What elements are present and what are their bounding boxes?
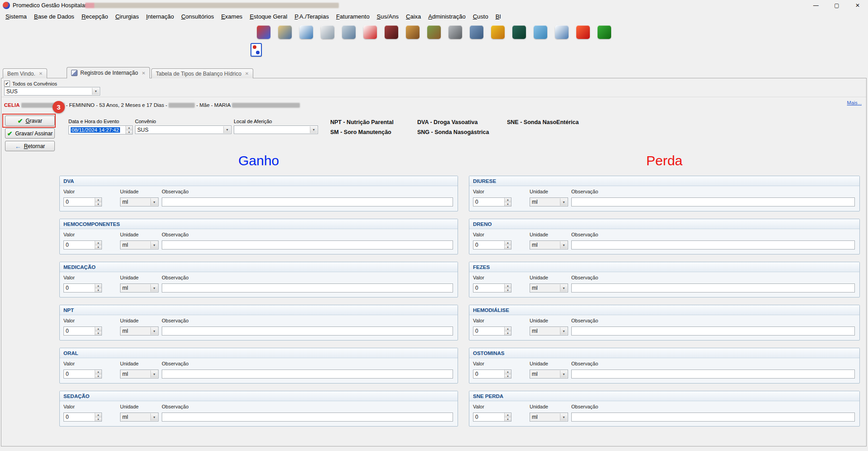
menu-item-caixa[interactable]: Caixa xyxy=(402,12,424,21)
menu-item-internacao[interactable]: Internação xyxy=(142,12,177,21)
safe-icon[interactable] xyxy=(448,25,462,39)
spin-up-icon[interactable]: ▴ xyxy=(95,413,101,417)
tab-registros-de-internacao[interactable]: Registros de Internação✕ xyxy=(67,67,150,78)
unidade-select[interactable]: ml ▾ xyxy=(530,197,568,206)
observacao-input[interactable] xyxy=(571,197,855,206)
menu-item-faturamento[interactable]: Faturamento xyxy=(333,12,373,21)
menu-item-recepcao[interactable]: Recepção xyxy=(78,12,112,21)
valor-input[interactable]: 0 ▴▾ xyxy=(63,369,102,379)
minimize-button[interactable]: — xyxy=(805,0,826,11)
tab-close-icon[interactable]: ✕ xyxy=(245,71,249,76)
menu-item-sus-ans[interactable]: Sus/Ans xyxy=(373,12,402,21)
spinner-buttons[interactable]: ▴▾ xyxy=(504,413,511,421)
power-icon[interactable] xyxy=(576,25,590,39)
spin-up-icon[interactable]: ▴ xyxy=(505,241,511,245)
valor-input[interactable]: 0 ▴▾ xyxy=(63,240,102,249)
spin-up-icon[interactable]: ▴ xyxy=(95,241,101,245)
tab-close-icon[interactable]: ✕ xyxy=(39,71,43,76)
spin-down-icon[interactable]: ▾ xyxy=(505,202,511,206)
spin-up-icon[interactable]: ▴ xyxy=(505,327,511,331)
spinner-buttons[interactable]: ▴▾ xyxy=(504,241,511,249)
menu-item-consultorios[interactable]: Consultórios xyxy=(178,12,217,21)
observacao-input[interactable] xyxy=(571,369,855,379)
spinner-buttons[interactable]: ▴▾ xyxy=(95,284,101,292)
tab-bem-vindo[interactable]: Bem Vindo.✕ xyxy=(3,68,47,78)
todos-convenios-checkbox[interactable]: ✔ Todos os Convênios xyxy=(4,81,57,86)
observacao-input[interactable] xyxy=(162,369,453,379)
observacao-input[interactable] xyxy=(571,240,855,249)
observacao-input[interactable] xyxy=(162,283,453,293)
spinner-buttons[interactable]: ▴▾ xyxy=(504,327,511,335)
tab-close-icon[interactable]: ✕ xyxy=(142,71,145,76)
observacao-input[interactable] xyxy=(571,413,855,422)
observacao-input[interactable] xyxy=(162,240,453,249)
spinner-buttons[interactable]: ▴▾ xyxy=(95,413,101,421)
observacao-input[interactable] xyxy=(162,197,453,206)
spin-up-icon[interactable]: ▴ xyxy=(505,284,511,288)
tab-tabela-de-tipos-de-balanco-hidrico[interactable]: Tabela de Tipos de Balanço Hídrico✕ xyxy=(151,68,253,78)
menu-item-administracao[interactable]: Administração xyxy=(424,12,469,21)
spin-down-icon[interactable]: ▾ xyxy=(95,245,101,249)
unidade-select[interactable]: ml ▾ xyxy=(120,240,159,249)
spin-up-icon[interactable]: ▴ xyxy=(95,327,101,331)
spreadsheet-icon[interactable] xyxy=(555,25,569,39)
menu-item-custo[interactable]: Custo xyxy=(469,12,492,21)
spinner-buttons[interactable]: ▴▾ xyxy=(504,370,511,378)
menu-item-bi[interactable]: BI xyxy=(492,12,505,21)
unidade-select[interactable]: ml ▾ xyxy=(530,326,568,336)
spinner-buttons[interactable]: ▴▾ xyxy=(504,198,511,206)
spinner-buttons[interactable]: ▴▾ xyxy=(95,198,101,206)
spin-up-icon[interactable]: ▴ xyxy=(95,284,101,288)
chart-icon[interactable] xyxy=(598,25,611,39)
mais-link[interactable]: Mais... xyxy=(847,100,862,106)
medical-records-icon[interactable] xyxy=(321,25,334,39)
unidade-select[interactable]: ml ▾ xyxy=(530,240,568,249)
unidade-select[interactable]: ml ▾ xyxy=(530,369,568,379)
local-afericao-select[interactable]: ▾ xyxy=(234,125,318,134)
spinner-buttons[interactable]: ▴▾ xyxy=(125,126,132,134)
spin-down-icon[interactable]: ▾ xyxy=(95,374,101,379)
spin-up-icon[interactable]: ▴ xyxy=(505,370,511,374)
spin-down-icon[interactable]: ▾ xyxy=(95,331,101,336)
menu-item-base-de-dados[interactable]: Base de Dados xyxy=(30,12,78,21)
bed-icon[interactable] xyxy=(342,25,356,39)
pharmacy-icon[interactable] xyxy=(406,25,420,39)
valor-input[interactable]: 0 ▴▾ xyxy=(473,240,511,249)
spin-down-icon[interactable]: ▾ xyxy=(505,245,511,249)
valor-input[interactable]: 0 ▴▾ xyxy=(473,369,511,379)
spin-down-icon[interactable]: ▾ xyxy=(95,288,101,293)
observacao-input[interactable] xyxy=(571,326,855,336)
spin-down-icon[interactable]: ▾ xyxy=(505,374,511,379)
journal-icon[interactable] xyxy=(491,25,505,39)
observacao-input[interactable] xyxy=(162,413,453,422)
stock-icon[interactable] xyxy=(427,25,441,39)
maximize-button[interactable]: ▢ xyxy=(826,0,847,11)
valor-input[interactable]: 0 ▴▾ xyxy=(473,197,511,206)
spin-up-icon[interactable]: ▴ xyxy=(126,126,132,130)
unidade-select[interactable]: ml ▾ xyxy=(120,283,159,293)
spin-down-icon[interactable]: ▾ xyxy=(95,417,101,422)
spin-down-icon[interactable]: ▾ xyxy=(505,331,511,336)
menu-item-estoque-geral[interactable]: Estoque Geral xyxy=(246,12,291,21)
chat-icon[interactable] xyxy=(534,25,547,39)
spinner-buttons[interactable]: ▴▾ xyxy=(504,284,511,292)
contacts-icon[interactable] xyxy=(257,25,270,39)
observacao-input[interactable] xyxy=(571,283,855,293)
spinner-buttons[interactable]: ▴▾ xyxy=(95,327,101,335)
valor-input[interactable]: 0 ▴▾ xyxy=(63,283,102,293)
doctor-icon[interactable] xyxy=(299,25,313,39)
spin-up-icon[interactable]: ▴ xyxy=(505,413,511,417)
patients-icon[interactable] xyxy=(278,25,292,39)
surgery-icon[interactable] xyxy=(385,25,398,39)
gravar-button[interactable]: ✔ Gravar xyxy=(5,115,55,126)
spinner-buttons[interactable]: ▴▾ xyxy=(95,370,101,378)
menu-item-sistema[interactable]: Sistema xyxy=(2,12,30,21)
spin-up-icon[interactable]: ▴ xyxy=(95,198,101,202)
valor-input[interactable]: 0 ▴▾ xyxy=(473,413,511,422)
valor-input[interactable]: 0 ▴▾ xyxy=(63,413,102,422)
unidade-select[interactable]: ml ▾ xyxy=(120,326,159,336)
ledger-icon[interactable] xyxy=(512,25,526,39)
menu-item-p-a-terapias[interactable]: P.A./Terapias xyxy=(291,12,333,21)
retornar-button[interactable]: ← Retornar xyxy=(5,141,55,151)
menu-item-cirurgias[interactable]: Cirurgias xyxy=(111,12,142,21)
